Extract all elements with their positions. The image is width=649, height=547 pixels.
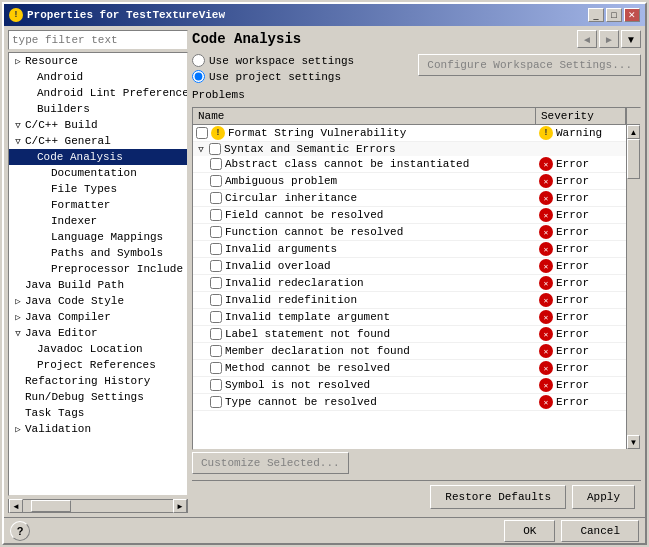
workspace-radio-label: Use workspace settings: [209, 55, 354, 67]
customize-selected-button[interactable]: Customize Selected...: [192, 452, 349, 474]
row-checkbox-method-not-resolved[interactable]: [210, 362, 222, 374]
right-panel: Code Analysis ◄ ► ▼ Use workspace settin…: [192, 30, 641, 513]
project-radio[interactable]: [192, 70, 205, 83]
bottom-bar: Restore Defaults Apply: [192, 480, 641, 513]
row-checkbox-ambiguous[interactable]: [210, 175, 222, 187]
tree-item-code-analysis[interactable]: Code Analysis: [9, 149, 187, 165]
tree-item-javadoc[interactable]: Javadoc Location: [9, 341, 187, 357]
scroll-thumb[interactable]: [627, 139, 640, 179]
table-row-label-not-found: Label statement not found Error: [193, 326, 626, 343]
table-row-invalid-template: Invalid template argument Error: [193, 309, 626, 326]
table-row: Format String Vulnerability Warning: [193, 125, 626, 142]
cancel-button[interactable]: Cancel: [561, 520, 639, 542]
tree-item-documentation[interactable]: Documentation: [9, 165, 187, 181]
minimize-button[interactable]: _: [588, 8, 604, 22]
error-icon-invalid-template: [539, 310, 553, 324]
tree-item-preprocessor-include[interactable]: Preprocessor Include: [9, 261, 187, 277]
row-checkbox-circular[interactable]: [210, 192, 222, 204]
row-checkbox-member-not-found[interactable]: [210, 345, 222, 357]
expander-file-types: [37, 182, 51, 196]
scroll-right-button[interactable]: ►: [173, 499, 187, 513]
tree-item-formatter[interactable]: Formatter: [9, 197, 187, 213]
tree-item-refactoring[interactable]: Refactoring History: [9, 373, 187, 389]
row-checkbox-format-string[interactable]: [196, 127, 208, 139]
scroll-thumb[interactable]: [31, 500, 71, 512]
table-header: Name Severity: [193, 108, 640, 125]
workspace-radio[interactable]: [192, 54, 205, 67]
group-checkbox-syntax[interactable]: [209, 143, 221, 155]
row-severity-label-abstract: Error: [556, 158, 589, 170]
scroll-down-button[interactable]: ▼: [627, 435, 640, 449]
tree-item-language-mappings[interactable]: Language Mappings: [9, 229, 187, 245]
row-severity-label-invalid-redefinition: Error: [556, 294, 589, 306]
nav-back-button[interactable]: ◄: [577, 30, 597, 48]
tree-item-indexer[interactable]: Indexer: [9, 213, 187, 229]
tree-item-validation[interactable]: ▷ Validation: [9, 421, 187, 437]
close-button[interactable]: ✕: [624, 8, 640, 22]
row-checkbox-function[interactable]: [210, 226, 222, 238]
row-severity-type-not-resolved: Error: [536, 394, 626, 410]
row-checkbox-invalid-overload[interactable]: [210, 260, 222, 272]
row-severity-method-not-resolved: Error: [536, 360, 626, 376]
tree-item-project-references[interactable]: Project References: [9, 357, 187, 373]
row-severity-invalid-args: Error: [536, 241, 626, 257]
help-button[interactable]: ?: [10, 521, 30, 541]
row-checkbox-label-not-found[interactable]: [210, 328, 222, 340]
row-checkbox-field[interactable]: [210, 209, 222, 221]
row-severity-abstract: Error: [536, 156, 626, 172]
filter-input[interactable]: [8, 30, 188, 50]
row-severity-invalid-template: Error: [536, 309, 626, 325]
expander-refactoring: [11, 374, 25, 388]
tree-item-paths-and-symbols[interactable]: Paths and Symbols: [9, 245, 187, 261]
row-name-invalid-args: Invalid arguments: [207, 242, 536, 256]
apply-button[interactable]: Apply: [572, 485, 635, 509]
row-checkbox-type-not-resolved[interactable]: [210, 396, 222, 408]
tree-item-android[interactable]: Android: [9, 69, 187, 85]
row-name-member-not-found: Member declaration not found: [207, 344, 536, 358]
tree-item-android-lint[interactable]: Android Lint Preferences: [9, 85, 187, 101]
row-checkbox-invalid-redefinition[interactable]: [210, 294, 222, 306]
tree-item-file-types[interactable]: File Types: [9, 181, 187, 197]
right-title: Code Analysis: [192, 31, 301, 47]
problems-section: Name Severity Format Strin: [192, 107, 641, 474]
row-name-field: Field cannot be resolved: [207, 208, 536, 222]
expander-javadoc: [23, 342, 37, 356]
row-checkbox-abstract[interactable]: [210, 158, 222, 170]
row-severity-invalid-overload: Error: [536, 258, 626, 274]
warning-icon-format-string: [211, 126, 225, 140]
tree-item-java-build-path[interactable]: Java Build Path: [9, 277, 187, 293]
scroll-left-button[interactable]: ◄: [9, 499, 23, 513]
expander-indexer: [37, 214, 51, 228]
restore-defaults-button[interactable]: Restore Defaults: [430, 485, 566, 509]
tree-label-paths-and-symbols: Paths and Symbols: [51, 247, 163, 259]
tree-item-task-tags[interactable]: Task Tags: [9, 405, 187, 421]
tree-item-cppgeneral[interactable]: ▽ C/C++ General: [9, 133, 187, 149]
tree-item-java-compiler[interactable]: ▷ Java Compiler: [9, 309, 187, 325]
row-checkbox-invalid-redeclaration[interactable]: [210, 277, 222, 289]
row-severity-label-invalid-template: Error: [556, 311, 589, 323]
row-severity-label-format-string: Warning: [556, 127, 602, 139]
maximize-button[interactable]: □: [606, 8, 622, 22]
window-title: Properties for TestTextureView: [27, 9, 225, 21]
group-label-syntax: Syntax and Semantic Errors: [224, 143, 396, 155]
tree-item-java-editor[interactable]: ▽ Java Editor: [9, 325, 187, 341]
row-label-label-not-found: Label statement not found: [225, 328, 390, 340]
ok-button[interactable]: OK: [504, 520, 555, 542]
tree-item-resource[interactable]: ▷ Resource: [9, 53, 187, 69]
configure-workspace-button[interactable]: Configure Workspace Settings...: [418, 54, 641, 76]
tree-item-run-debug[interactable]: Run/Debug Settings: [9, 389, 187, 405]
group-row-syntax[interactable]: ▽ Syntax and Semantic Errors: [193, 142, 626, 156]
tree-item-builders[interactable]: Builders: [9, 101, 187, 117]
nav-forward-button[interactable]: ►: [599, 30, 619, 48]
row-severity-label-ambiguous: Error: [556, 175, 589, 187]
row-label-type-not-resolved: Type cannot be resolved: [225, 396, 377, 408]
problems-label: Problems: [192, 89, 641, 101]
tree-item-cppbuild[interactable]: ▽ C/C++ Build: [9, 117, 187, 133]
row-label-invalid-template: Invalid template argument: [225, 311, 390, 323]
row-checkbox-invalid-template[interactable]: [210, 311, 222, 323]
tree-item-java-code-style[interactable]: ▷ Java Code Style: [9, 293, 187, 309]
row-checkbox-symbol-not-resolved[interactable]: [210, 379, 222, 391]
nav-dropdown-button[interactable]: ▼: [621, 30, 641, 48]
scroll-up-button[interactable]: ▲: [627, 125, 640, 139]
row-checkbox-invalid-args[interactable]: [210, 243, 222, 255]
